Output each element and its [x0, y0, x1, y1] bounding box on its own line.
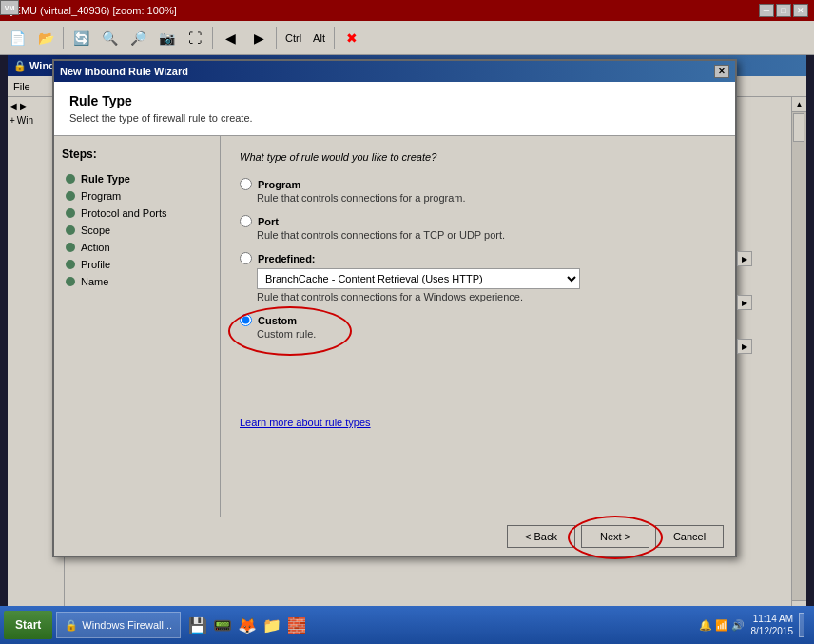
next-button-wrapper: Next >	[581, 525, 649, 548]
step-label-name: Name	[81, 276, 108, 287]
toolbar-zoom-out[interactable]: 🔍	[96, 25, 123, 51]
step-protocol-ports[interactable]: Protocol and Ports	[62, 205, 212, 222]
toolbar-zoom-in[interactable]: 🔎	[125, 25, 151, 51]
step-dot-protocol	[66, 208, 75, 218]
step-label-program: Program	[81, 190, 121, 202]
restore-button[interactable]: □	[776, 4, 791, 17]
taskbar-icon-2[interactable]: 📟	[213, 616, 232, 634]
step-dot-scope	[66, 225, 75, 235]
toolbar-refresh[interactable]: 🔄	[68, 25, 94, 51]
option-program: Program Rule that controls connections f…	[240, 178, 716, 204]
toolbar-sep3	[276, 27, 277, 49]
wizard-subtitle: Select the type of firewall rule to crea…	[69, 112, 720, 124]
step-dot-rule-type	[66, 174, 75, 184]
custom-option-wrapper: Custom Custom rule.	[240, 314, 316, 340]
menu-file[interactable]: File	[13, 81, 30, 92]
nav-arrow-mid[interactable]: ▶	[737, 295, 752, 310]
wizard-titlebar: New Inbound Rule Wizard ✕	[54, 61, 735, 82]
scroll-thumb[interactable]	[793, 113, 804, 142]
wizard-footer: < Back Next > Cancel	[54, 517, 735, 556]
taskbar-right: 🔔 📶 🔊 11:14 AM 8/12/2015	[699, 613, 810, 637]
main-toolbar: 📄 📂 🔄 🔍 🔎 📷 ⛶ ◀ ▶ Ctrl Alt ✖	[0, 21, 814, 55]
cancel-button[interactable]: Cancel	[655, 525, 724, 548]
wizard-main-content: What type of rule would you like to crea…	[221, 136, 735, 517]
predefined-select[interactable]: BranchCache - Content Retrieval (Uses HT…	[257, 268, 580, 289]
option-port: Port Rule that controls connections for …	[240, 215, 716, 241]
show-desktop-btn[interactable]	[799, 613, 804, 637]
step-label-action: Action	[81, 242, 110, 253]
clock-time: 11:14 AM	[751, 613, 794, 625]
step-label-protocol: Protocol and Ports	[81, 207, 167, 219]
wizard-body: Steps: Rule Type Program Protocol and Po…	[54, 136, 735, 517]
toolbar-screenshot[interactable]: 📷	[153, 25, 180, 51]
steps-title: Steps:	[62, 147, 212, 161]
toolbar-alt[interactable]: Alt	[308, 25, 330, 51]
next-button[interactable]: Next >	[581, 525, 649, 548]
steps-panel: Steps: Rule Type Program Protocol and Po…	[54, 136, 221, 517]
predefined-dropdown-row: BranchCache - Content Retrieval (Uses HT…	[257, 268, 716, 289]
taskbar-quick-launch: 💾 📟 🦊 📁 🧱	[188, 616, 306, 634]
nav-arrow-up[interactable]: ▶	[737, 251, 752, 266]
back-button[interactable]: < Back	[507, 525, 575, 548]
taskbar: Start 🔒 Windows Firewall... 💾 📟 🦊 📁 🧱 🔔 …	[0, 606, 814, 644]
learn-more-link[interactable]: Learn more about rule types	[240, 417, 716, 428]
step-dot-action	[66, 243, 75, 252]
toolbar-open[interactable]: 📂	[32, 25, 59, 51]
step-label-scope: Scope	[81, 224, 110, 236]
step-scope[interactable]: Scope	[62, 222, 212, 239]
desc-port: Rule that controls connections for a TCP…	[257, 229, 716, 241]
label-predefined[interactable]: Predefined:	[258, 253, 316, 264]
step-label-profile: Profile	[81, 259, 110, 270]
label-program[interactable]: Program	[258, 179, 300, 190]
wizard-heading: Rule Type	[69, 93, 720, 108]
step-profile[interactable]: Profile	[62, 256, 212, 273]
toolbar-new[interactable]: 📄	[4, 25, 30, 51]
nav-arrow-down[interactable]: ▶	[737, 339, 752, 354]
toolbar-back[interactable]: ◀	[217, 25, 243, 51]
toolbar-forward[interactable]: ▶	[245, 25, 272, 51]
taskbar-icon-4[interactable]: 📁	[262, 616, 281, 634]
step-program[interactable]: Program	[62, 187, 212, 205]
qemu-titlebar: VM QEMU (virtual_40936) [zoom: 100%] ─ □…	[0, 0, 814, 21]
wizard-header: Rule Type Select the type of firewall ru…	[54, 82, 735, 136]
scrollbar-vertical[interactable]: ▲ ▼	[791, 97, 806, 615]
start-button[interactable]: Start	[4, 611, 52, 639]
step-dot-profile	[66, 260, 75, 269]
taskbar-item-firewall[interactable]: 🔒 Windows Firewall...	[56, 612, 181, 638]
wizard-dialog: New Inbound Rule Wizard ✕ Rule Type Sele…	[52, 59, 737, 557]
radio-predefined[interactable]	[240, 252, 252, 264]
step-label-rule-type: Rule Type	[81, 173, 130, 185]
label-port[interactable]: Port	[258, 216, 279, 227]
desc-predefined: Rule that controls connections for a Win…	[257, 291, 716, 302]
desc-program: Rule that controls connections for a pro…	[257, 192, 716, 204]
radio-program[interactable]	[240, 178, 252, 190]
desc-custom: Custom rule.	[257, 328, 316, 340]
toolbar-sep1	[63, 27, 64, 49]
close-button[interactable]: ✕	[793, 4, 808, 17]
toolbar-stop[interactable]: ✖	[339, 25, 365, 51]
taskbar-icon-1[interactable]: 💾	[188, 616, 207, 634]
taskbar-items: 🔒 Windows Firewall...	[56, 612, 181, 638]
scroll-track	[792, 112, 806, 600]
clock-date: 8/12/2015	[751, 625, 794, 637]
wizard-title: New Inbound Rule Wizard	[60, 66, 188, 77]
step-name[interactable]: Name	[62, 273, 212, 290]
toolbar-sep4	[334, 27, 335, 49]
option-predefined: Predefined: BranchCache - Content Retrie…	[240, 252, 716, 302]
toolbar-fullscreen[interactable]: ⛶	[182, 25, 208, 51]
taskbar-icon-5[interactable]: 🧱	[287, 616, 306, 634]
toolbar-ctrl[interactable]: Ctrl	[281, 25, 306, 51]
taskbar-icon-firefox[interactable]: 🦊	[238, 616, 257, 634]
taskbar-firewall-label: Windows Firewall...	[82, 619, 172, 631]
radio-port[interactable]	[240, 215, 252, 227]
step-action[interactable]: Action	[62, 239, 212, 256]
minimize-button[interactable]: ─	[759, 4, 774, 17]
scroll-up-btn[interactable]: ▲	[792, 97, 806, 112]
titlebar-controls: ─ □ ✕	[759, 4, 808, 17]
label-custom[interactable]: Custom	[258, 315, 297, 326]
wizard-close-button[interactable]: ✕	[714, 65, 729, 78]
step-dot-name	[66, 277, 75, 286]
radio-custom[interactable]	[240, 314, 252, 326]
step-rule-type[interactable]: Rule Type	[62, 170, 212, 187]
toolbar-sep2	[212, 27, 213, 49]
